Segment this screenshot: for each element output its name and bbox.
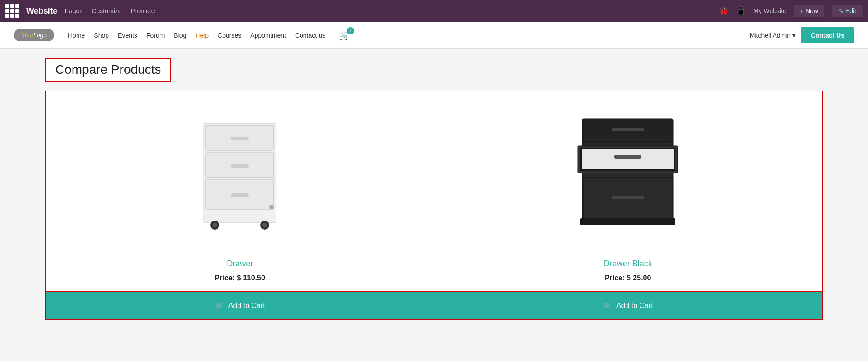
svg-rect-17 — [614, 155, 641, 159]
nav-links: Home Shop Events Forum Blog Help Courses… — [68, 30, 741, 41]
product-price-2: Price: $ 25.00 — [605, 274, 651, 282]
nav-shop[interactable]: Shop — [94, 32, 109, 39]
add-to-cart-row: 🛒 Add to Cart 🛒 Add to Cart — [46, 291, 822, 319]
user-name[interactable]: Mitchell Admin ▾ — [750, 32, 795, 39]
svg-rect-20 — [612, 128, 644, 131]
nav-bar: YourLogo Home Shop Events Forum Blog Hel… — [0, 22, 868, 49]
nav-contact-us[interactable]: Contact us — [295, 32, 325, 39]
product-name-2[interactable]: Drawer Black — [604, 259, 652, 269]
add-to-cart-label-2: Add to Cart — [616, 302, 653, 310]
product-price-1: Price: $ 110.50 — [215, 274, 265, 282]
svg-rect-21 — [612, 196, 644, 199]
admin-bar-right: 🐞 📱 My Website + New ✎ Edit — [719, 5, 863, 17]
svg-point-11 — [262, 223, 267, 227]
svg-rect-4 — [231, 164, 249, 168]
product-col-2: Drawer Black Price: $ 25.00 — [434, 91, 822, 291]
admin-bar: Website Pages Customize Promote 🐞 📱 My W… — [0, 0, 868, 22]
product-image-1 — [60, 105, 420, 250]
add-to-cart-button-1[interactable]: 🛒 Add to Cart — [46, 292, 434, 319]
product-name-1[interactable]: Drawer — [227, 259, 253, 269]
nav-forum[interactable]: Forum — [146, 32, 165, 39]
admin-nav-pages[interactable]: Pages — [65, 7, 83, 14]
nav-home[interactable]: Home — [68, 32, 85, 39]
contact-us-button[interactable]: Contact Us — [801, 27, 854, 43]
my-website-link[interactable]: My Website — [753, 7, 786, 14]
main-content: Compare Products — [0, 49, 868, 338]
admin-bar-title: Website — [26, 6, 58, 16]
cart-icon-1: 🛒 — [215, 301, 224, 310]
nav-blog[interactable]: Blog — [174, 32, 186, 39]
edit-button[interactable]: ✎ Edit — [832, 5, 863, 17]
svg-rect-6 — [231, 193, 249, 197]
new-button[interactable]: + New — [794, 5, 824, 17]
product-image-2 — [448, 105, 809, 250]
svg-rect-19 — [580, 218, 675, 225]
cart-icon[interactable]: 🛒 1 — [339, 30, 350, 41]
nav-courses[interactable]: Courses — [218, 32, 241, 39]
admin-bar-left: Website Pages Customize Promote — [5, 4, 712, 18]
nav-events[interactable]: Events — [118, 32, 137, 39]
product-col-1: Drawer Price: $ 110.50 — [46, 91, 434, 291]
mobile-icon[interactable]: 📱 — [736, 6, 746, 16]
admin-nav-customize[interactable]: Customize — [92, 7, 121, 14]
add-to-cart-button-2[interactable]: 🛒 Add to Cart — [434, 292, 822, 319]
cart-icon-2: 🛒 — [603, 301, 612, 310]
svg-rect-2 — [231, 137, 249, 140]
compare-products-header: Compare Products — [45, 58, 171, 82]
nav-appointment[interactable]: Appointment — [250, 32, 286, 39]
add-to-cart-label-1: Add to Cart — [228, 302, 265, 310]
drawer-black-svg — [573, 114, 682, 241]
nav-help[interactable]: Help — [195, 32, 209, 39]
products-outer: Drawer Price: $ 110.50 — [45, 91, 823, 320]
bug-icon[interactable]: 🐞 — [719, 6, 729, 16]
svg-point-10 — [213, 223, 217, 227]
svg-point-7 — [269, 205, 274, 209]
grid-icon[interactable] — [5, 4, 19, 18]
drawer-white-svg — [194, 114, 285, 241]
compare-products-title: Compare Products — [55, 63, 161, 77]
nav-right: Mitchell Admin ▾ Contact Us — [750, 27, 854, 43]
admin-nav: Pages Customize Promote — [65, 7, 155, 14]
logo[interactable]: YourLogo — [14, 29, 54, 41]
products-grid: Drawer Price: $ 110.50 — [46, 91, 822, 291]
cart-badge: 1 — [347, 27, 354, 34]
svg-rect-16 — [582, 149, 674, 169]
admin-nav-promote[interactable]: Promote — [131, 7, 155, 14]
